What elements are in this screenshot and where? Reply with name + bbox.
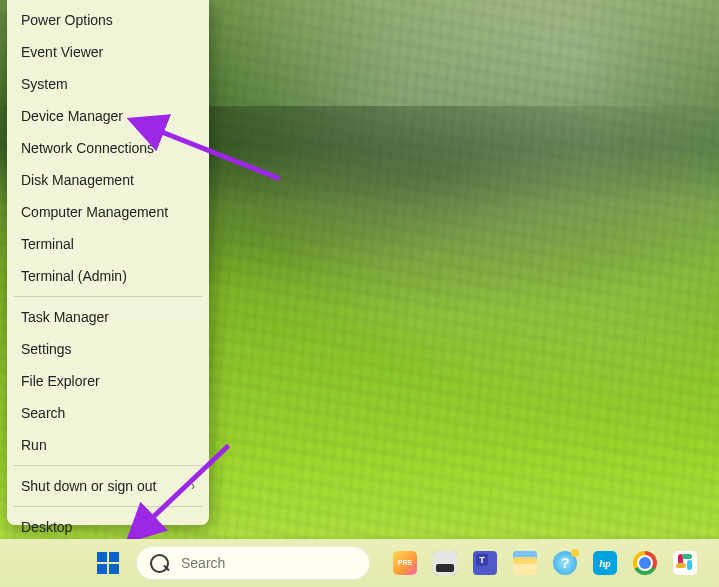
teams-icon	[473, 551, 497, 575]
menu-power-options[interactable]: Power Options	[7, 4, 209, 36]
taskbar-icon-taskview[interactable]	[430, 548, 460, 578]
menu-label: Computer Management	[21, 204, 168, 220]
menu-label: Task Manager	[21, 309, 109, 325]
chevron-right-icon: ›	[191, 479, 195, 493]
menu-file-explorer[interactable]: File Explorer	[7, 365, 209, 397]
taskbar-icon-chrome[interactable]	[630, 548, 660, 578]
menu-computer-management[interactable]: Computer Management	[7, 196, 209, 228]
taskbar-icon-slack[interactable]	[670, 548, 700, 578]
taskbar-icon-myhp[interactable]	[590, 548, 620, 578]
search-input[interactable]	[179, 554, 356, 572]
menu-label: File Explorer	[21, 373, 100, 389]
menu-separator	[13, 465, 203, 466]
search-icon	[150, 554, 169, 573]
menu-search[interactable]: Search	[7, 397, 209, 429]
winx-menu: Power Options Event Viewer System Device…	[7, 0, 209, 525]
menu-label: Desktop	[21, 519, 72, 535]
chrome-icon	[633, 551, 657, 575]
menu-label: Network Connections	[21, 140, 154, 156]
myhp-icon	[593, 551, 617, 575]
menu-system[interactable]: System	[7, 68, 209, 100]
menu-label: Disk Management	[21, 172, 134, 188]
menu-terminal-admin[interactable]: Terminal (Admin)	[7, 260, 209, 292]
prerelease-icon	[393, 551, 417, 575]
menu-separator	[13, 296, 203, 297]
menu-label: Search	[21, 405, 65, 421]
taskbar-icon-teams[interactable]	[470, 548, 500, 578]
slack-icon	[673, 551, 697, 575]
menu-label: Event Viewer	[21, 44, 103, 60]
menu-label: System	[21, 76, 68, 92]
menu-device-manager[interactable]: Device Manager	[7, 100, 209, 132]
taskbar-icon-file-explorer[interactable]	[510, 548, 540, 578]
menu-label: Power Options	[21, 12, 113, 28]
menu-label: Run	[21, 437, 47, 453]
menu-label: Terminal	[21, 236, 74, 252]
menu-label: Shut down or sign out	[21, 478, 156, 494]
menu-network-connections[interactable]: Network Connections	[7, 132, 209, 164]
taskbar-pinned-icons	[390, 548, 700, 578]
menu-settings[interactable]: Settings	[7, 333, 209, 365]
windows-logo-icon	[97, 552, 119, 574]
menu-task-manager[interactable]: Task Manager	[7, 301, 209, 333]
taskbar-search[interactable]	[136, 546, 370, 580]
menu-label: Terminal (Admin)	[21, 268, 127, 284]
taskbar	[0, 539, 719, 587]
menu-run[interactable]: Run	[7, 429, 209, 461]
file-explorer-icon	[513, 551, 537, 575]
menu-label: Settings	[21, 341, 72, 357]
help-icon	[553, 551, 577, 575]
menu-separator	[13, 506, 203, 507]
taskbar-icon-help[interactable]	[550, 548, 580, 578]
start-button[interactable]	[88, 543, 128, 583]
menu-label: Device Manager	[21, 108, 123, 124]
menu-terminal[interactable]: Terminal	[7, 228, 209, 260]
taskbar-icon-prerelease[interactable]	[390, 548, 420, 578]
menu-event-viewer[interactable]: Event Viewer	[7, 36, 209, 68]
menu-shutdown-signout[interactable]: Shut down or sign out ›	[7, 470, 209, 502]
menu-disk-management[interactable]: Disk Management	[7, 164, 209, 196]
taskview-icon	[433, 551, 457, 575]
